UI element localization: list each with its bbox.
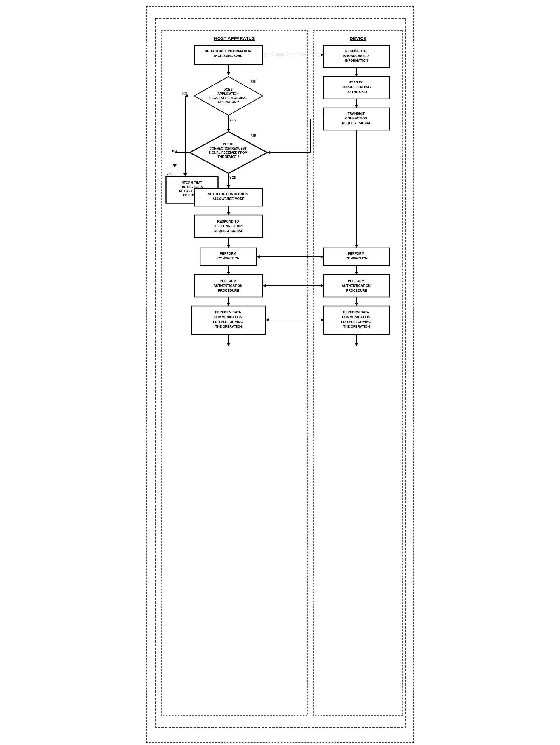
svg-marker-58	[355, 343, 358, 346]
label-235: 235	[250, 134, 256, 138]
no-label-230: NO	[182, 92, 187, 95]
svg-marker-40	[227, 343, 230, 346]
label-240: 240	[166, 172, 172, 176]
node-250: RESPOND TO THE CONNECTION REQUEST SIGNAL	[213, 220, 244, 233]
svg-marker-64	[267, 151, 270, 154]
svg-marker-49	[355, 245, 358, 248]
svg-marker-28	[227, 212, 230, 215]
host-title: HOST APPARATUS	[214, 36, 255, 41]
svg-marker-55	[355, 303, 358, 306]
yes-label-235: YES	[229, 176, 236, 179]
svg-rect-2	[314, 30, 403, 715]
svg-marker-37	[227, 303, 230, 306]
svg-marker-52	[355, 272, 358, 274]
svg-marker-17	[173, 164, 177, 167]
svg-marker-73	[321, 318, 324, 321]
label-230: 230	[250, 79, 256, 84]
svg-marker-66	[257, 255, 260, 258]
svg-marker-46	[355, 105, 358, 108]
diagram-container: HOST APPARATUS DEVICE 210 BROADCAST INFO…	[146, 6, 414, 743]
svg-marker-69	[263, 284, 266, 287]
svg-rect-1	[161, 30, 307, 715]
yes-label-230: YES	[229, 118, 236, 122]
flowchart-svg: HOST APPARATUS DEVICE 210 BROADCAST INFO…	[153, 15, 409, 731]
svg-marker-67	[321, 255, 324, 258]
node-215: RECEIVE THE BROADCASTED INFORMATION	[343, 49, 370, 62]
svg-marker-60	[321, 53, 324, 56]
device-title: DEVICE	[350, 36, 366, 41]
svg-marker-34	[227, 272, 230, 274]
svg-marker-31	[227, 245, 230, 248]
svg-marker-43	[355, 73, 358, 76]
svg-marker-22	[227, 185, 230, 188]
svg-marker-70	[321, 284, 324, 287]
no-label-235: NO	[172, 149, 177, 153]
svg-marker-5	[227, 72, 230, 75]
svg-marker-72	[266, 318, 269, 321]
